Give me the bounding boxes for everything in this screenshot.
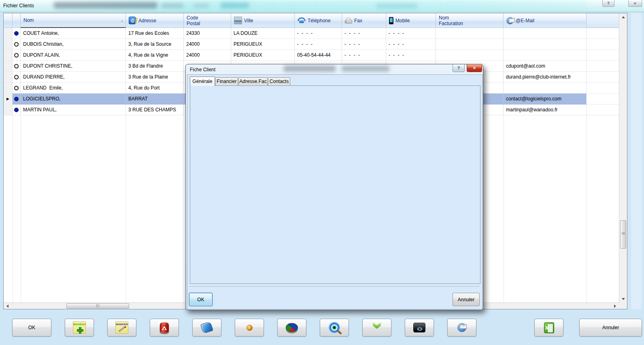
header-status [13,13,21,28]
cell-adresse: 3 Bd de Flandre [126,61,184,72]
table-row[interactable]: DUPONT ALAIN, 4, Rue de la Vigne 24000 P… [4,50,619,61]
arrow-left-icon [6,305,9,308]
redacted-text [376,4,417,9]
globe-icon [457,323,466,332]
accounting-button[interactable] [235,319,264,336]
current-row-pointer: ▶ [4,94,13,104]
column-header-fax[interactable]: Fax [342,13,386,28]
scrollbar-corner [619,302,627,309]
window-close-button[interactable]: × [628,0,642,7]
mobile-phone-icon [389,17,393,24]
cell-code-postal: 24000 [184,50,231,61]
cell-telephone: - - - - [295,39,342,50]
dialog-close-button[interactable]: × [467,64,482,72]
status-dot-cell [13,50,21,61]
column-header-nom[interactable]: Nom ▵ [21,13,126,28]
cell-nom: MARTIN PAUL, [21,104,126,115]
modifier-icon: MODIFIER [115,322,128,334]
grid-line [126,115,126,302]
excel-icon: X [544,322,554,333]
scroll-up-button[interactable] [621,15,626,19]
cell-mobile: - - - - [386,39,436,50]
email-globe-icon [506,17,514,24]
cell-fax: - - - - [342,39,386,50]
status-dot-cell [13,83,21,94]
fiche-client-dialog: Fiche Client ? × Générale Financier Adre… [185,64,483,310]
cell-code-postal: 24000 [184,39,231,50]
grid-line [504,115,504,302]
cell-adresse: 4, Rue du Port [126,83,184,94]
address-book-icon: @ [129,17,136,24]
pie-chart-icon [286,323,298,332]
tab-financier[interactable]: Financier [215,77,238,85]
scan-view-button[interactable] [405,319,434,336]
preview-button[interactable] [320,319,349,336]
print-list-button[interactable] [192,319,221,336]
toolbar-cancel-button[interactable]: Annuler [579,319,642,336]
table-row[interactable]: DUBOIS Christian, 3, Rue de la Source 24… [4,39,619,50]
cell-nom-facturation [436,39,504,50]
new-client-button[interactable]: NOUVEAU [65,319,94,336]
column-header-email[interactable]: @E-Mail [504,13,587,28]
export-excel-button[interactable]: X [534,319,563,336]
column-header-telephone[interactable]: Téléphone [295,13,342,28]
column-header-nom-facturation[interactable]: NomFacturation [436,13,504,28]
cell-telephone: - - - - [295,28,342,39]
tab-contacts[interactable]: Contacts [268,77,290,85]
cell-email [504,39,587,50]
cell-adresse: BARRAT [126,94,184,104]
column-header-adresse[interactable]: @ Adresse [126,13,184,28]
column-label: Nom [23,17,34,23]
window-margin [631,13,642,309]
window-help-button[interactable]: ? [602,0,614,7]
cell-email: martinpaul@wanadoo.fr [504,104,587,115]
telephone-icon [298,17,306,23]
cell-ville: LA DOUZE [231,28,295,39]
cell-adresse: 3 Rue de la Plaine [126,72,184,83]
column-label: Ville [244,18,253,23]
table-row[interactable]: COUET Antoine, 17 Rue des Ecoles 24330 L… [4,28,619,39]
status-hollow-icon [14,53,19,58]
dialog-ok-button[interactable]: OK [189,293,213,306]
column-header-ville[interactable]: Ville [231,13,295,28]
help-icon: ? [457,66,460,70]
close-icon: × [634,1,636,6]
tab-adresse-fac[interactable]: Adresse.Fac [238,77,268,85]
cell-nom: DURAND PIERRE, [21,72,126,83]
column-label: Adresse [138,18,156,23]
column-label: Mobile [395,18,410,23]
import-button[interactable] [362,319,391,336]
column-label: NomFacturation [439,15,463,26]
column-header-code-postal[interactable]: CodePostal [184,13,231,28]
footer-separator [189,286,480,287]
app-window: Fichier Clients ? × Nom ▵ @ Adresse Code… [0,0,644,345]
scroll-right-button[interactable] [612,304,618,309]
delete-client-button[interactable] [150,319,179,336]
horizontal-scroll-thumb[interactable] [66,303,129,309]
tab-panel-generale [190,85,480,284]
redacted-text [284,66,336,72]
cell-ville: PERIGUEUX [231,39,295,50]
dialog-title: Fiche Client [190,67,215,72]
status-dot-cell [13,28,21,39]
column-header-mobile[interactable]: Mobile [386,13,436,28]
toolbar-ok-button[interactable]: OK [12,319,51,336]
cell-email [504,28,587,39]
send-email-button[interactable] [447,319,476,336]
cell-nom: LOGICIELSPRO, [21,94,126,104]
scroll-down-button[interactable] [621,296,626,301]
dialog-cancel-button[interactable]: Annuler [453,293,480,306]
edit-client-button[interactable]: MODIFIER [107,319,136,336]
magnifier-eye-icon [329,323,339,332]
vertical-scrollbar[interactable] [619,13,627,302]
status-hollow-icon [14,64,19,68]
nouveau-icon: NOUVEAU [73,322,86,334]
header-row-selector [4,13,13,28]
tab-generale[interactable]: Générale [190,77,215,86]
dialog-help-button[interactable]: ? [453,64,465,72]
scroll-left-button[interactable] [4,304,10,309]
cell-fax: - - - - [342,28,386,39]
envelope-icon [460,324,467,329]
vertical-scroll-thumb[interactable] [620,220,626,249]
statistics-button[interactable] [277,319,306,336]
